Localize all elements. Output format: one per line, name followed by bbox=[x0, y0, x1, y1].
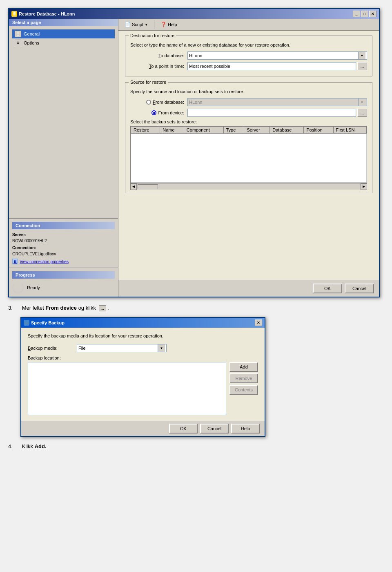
script-icon: 📄 bbox=[125, 22, 131, 27]
from-device-radio[interactable] bbox=[151, 110, 156, 115]
help-icon: ❓ bbox=[160, 22, 167, 27]
destination-legend: Destination for restore bbox=[129, 33, 176, 38]
from-device-browse-button[interactable]: ... bbox=[357, 109, 367, 117]
col-first-lsn: First LSN bbox=[333, 127, 366, 134]
connection-value: GROUPLEVEL\godlioyv bbox=[12, 252, 115, 256]
to-point-input[interactable]: Most recent possible bbox=[187, 62, 356, 70]
sidebar-item-options[interactable]: ⚙ Options bbox=[12, 38, 115, 47]
to-db-select[interactable]: HLonn ▼ bbox=[187, 51, 367, 60]
backup-media-select[interactable]: File ▼ bbox=[77, 344, 167, 352]
specify-help-button[interactable]: Help bbox=[231, 424, 260, 433]
remove-button[interactable]: Remove bbox=[229, 373, 258, 383]
specify-dialog-title: Specify Backup bbox=[31, 320, 65, 325]
instruction-4: 4. Klikk Add. bbox=[8, 443, 384, 449]
specify-dialog-titlebar: — Specify Backup ✕ bbox=[21, 318, 265, 328]
progress-status: Ready bbox=[27, 285, 40, 290]
col-restore: Restore bbox=[131, 127, 160, 134]
connection-label: Connection: bbox=[12, 246, 115, 250]
titlebar-icon: 🗄 bbox=[11, 11, 17, 17]
to-database-row: To database: HLonn ▼ bbox=[130, 51, 367, 60]
titlebar-controls: _ □ ✕ bbox=[353, 11, 376, 17]
general-label: General bbox=[24, 31, 40, 36]
maximize-button[interactable]: □ bbox=[361, 11, 368, 17]
specify-desc: Specify the backup media and its locatio… bbox=[28, 333, 258, 338]
connection-section: Connection Server: NOWL000091\HL2 Connec… bbox=[9, 218, 118, 268]
from-device-row: From device: ... bbox=[130, 109, 367, 117]
to-point-value: Most recent possible bbox=[189, 64, 230, 69]
scroll-right-button[interactable]: ▶ bbox=[361, 183, 367, 190]
from-device-input[interactable] bbox=[187, 109, 356, 117]
from-db-radio[interactable] bbox=[146, 100, 151, 105]
to-db-label: To database: bbox=[130, 53, 187, 58]
from-database-row: From database: HLonn ▼ bbox=[130, 98, 367, 106]
backup-media-arrow[interactable]: ▼ bbox=[158, 344, 165, 352]
instruction-3: 3. Mer feltet From device og klikk .... bbox=[8, 305, 384, 311]
specify-footer: OK Cancel Help bbox=[21, 421, 265, 436]
source-legend: Source for restore bbox=[129, 80, 168, 85]
to-point-row: To a point in time: Most recent possible… bbox=[130, 62, 367, 70]
dialog-body: Select a page 🗄 General ⚙ Options Connec… bbox=[9, 19, 379, 297]
instruction-4-text: Klikk Add. bbox=[22, 443, 47, 449]
restore-dialog-title: Restore Database - HLonn bbox=[19, 11, 75, 16]
to-db-arrow[interactable]: ▼ bbox=[358, 52, 365, 59]
specify-cancel-button[interactable]: Cancel bbox=[200, 424, 229, 433]
sidebar-item-general[interactable]: 🗄 General bbox=[12, 29, 115, 38]
scroll-left-button[interactable]: ◀ bbox=[130, 183, 137, 190]
backup-media-label: Backup media: bbox=[28, 346, 77, 351]
source-group: Source for restore Specify the source an… bbox=[125, 82, 372, 193]
select-page-title: Select a page bbox=[9, 19, 118, 26]
sidebar-nav: 🗄 General ⚙ Options bbox=[9, 26, 118, 218]
backup-media-row: Backup media: File ▼ bbox=[28, 344, 258, 352]
backup-table-label: Select the backup sets to restore: bbox=[130, 119, 367, 124]
close-button[interactable]: ✕ bbox=[369, 11, 376, 17]
progress-content: Ready bbox=[12, 282, 115, 293]
options-label: Options bbox=[24, 40, 39, 45]
specify-body: Specify the backup media and its locatio… bbox=[21, 328, 265, 421]
location-buttons: Add Remove Contents bbox=[229, 362, 258, 415]
ok-button[interactable]: OK bbox=[313, 284, 342, 293]
script-dropdown-arrow: ▼ bbox=[145, 23, 148, 27]
specify-backup-dialog: — Specify Backup ✕ Specify the backup me… bbox=[20, 317, 265, 437]
backup-location-list[interactable] bbox=[28, 362, 226, 415]
add-bold: Add. bbox=[35, 443, 47, 449]
progress-title: Progress bbox=[12, 271, 115, 279]
from-device-radio-label: From device: bbox=[158, 110, 184, 115]
connection-title: Connection bbox=[12, 222, 115, 229]
to-point-browse-button[interactable]: ... bbox=[357, 62, 367, 70]
contents-button[interactable]: Contents bbox=[229, 385, 258, 395]
specify-ok-button[interactable]: OK bbox=[169, 424, 198, 433]
location-area: Add Remove Contents bbox=[28, 362, 258, 415]
server-label: Server: bbox=[12, 232, 115, 237]
specify-close-button[interactable]: ✕ bbox=[255, 320, 262, 326]
restore-dialog-footer: OK Cancel bbox=[118, 280, 379, 297]
col-name: Name bbox=[160, 127, 184, 134]
col-position: Position bbox=[304, 127, 333, 134]
from-db-radio-label: From database: bbox=[153, 100, 184, 105]
specify-titlebar-controls: ✕ bbox=[255, 320, 262, 326]
from-db-value: HLonn bbox=[189, 100, 202, 105]
cancel-button[interactable]: Cancel bbox=[345, 284, 374, 293]
col-database: Database bbox=[270, 127, 304, 134]
sidebar: Select a page 🗄 General ⚙ Options Connec… bbox=[9, 19, 118, 297]
horizontal-scrollbar[interactable]: ◀ ▶ bbox=[130, 183, 367, 190]
toolbar: 📄 Script ▼ ❓ Help bbox=[118, 19, 379, 31]
col-type: Type bbox=[223, 127, 244, 134]
to-db-value: HLonn bbox=[189, 53, 202, 58]
script-button[interactable]: 📄 Script ▼ bbox=[122, 20, 151, 29]
col-component: Component bbox=[184, 127, 223, 134]
server-value: NOWL000091\HL2 bbox=[12, 239, 115, 243]
options-icon: ⚙ bbox=[15, 40, 21, 46]
view-connection-link[interactable]: 🖥 View connection properties bbox=[12, 259, 115, 264]
backup-table: Restore Name Component Type Server Datab… bbox=[131, 126, 367, 183]
add-button[interactable]: Add bbox=[229, 362, 258, 372]
form-area: Destination for restore Select or type t… bbox=[118, 31, 379, 280]
ellipsis-button-inline: ... bbox=[99, 305, 106, 311]
scroll-thumb[interactable] bbox=[138, 184, 158, 189]
progress-section: Progress Ready bbox=[9, 268, 118, 297]
help-button[interactable]: ❓ Help bbox=[158, 20, 180, 29]
empty-table-body bbox=[131, 134, 367, 183]
from-db-select: HLonn ▼ bbox=[187, 98, 367, 106]
connection-link-label: View connection properties bbox=[20, 259, 69, 264]
backup-table-container: Restore Name Component Type Server Datab… bbox=[130, 126, 367, 183]
minimize-button[interactable]: _ bbox=[353, 11, 360, 17]
